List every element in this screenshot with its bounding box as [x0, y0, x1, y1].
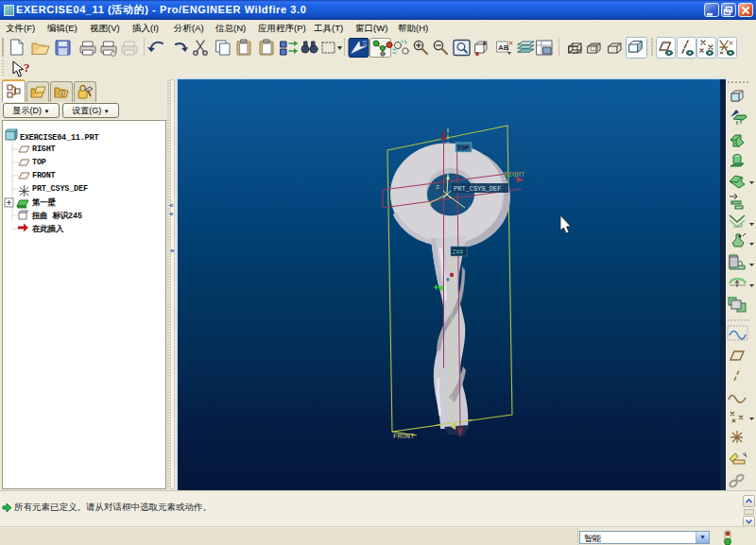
- svg-text:AB: AB: [498, 43, 509, 52]
- svg-text:RIGHT: RIGHT: [504, 171, 525, 179]
- svg-text:z: z: [436, 183, 439, 191]
- svg-text:PRT_CSYS_DEF: PRT_CSYS_DEF: [454, 185, 501, 193]
- svg-text:Z##: Z##: [453, 249, 464, 256]
- svg-text:?: ?: [24, 60, 30, 75]
- svg-text:TOP: TOP: [457, 145, 470, 152]
- svg-text:y: y: [428, 199, 432, 207]
